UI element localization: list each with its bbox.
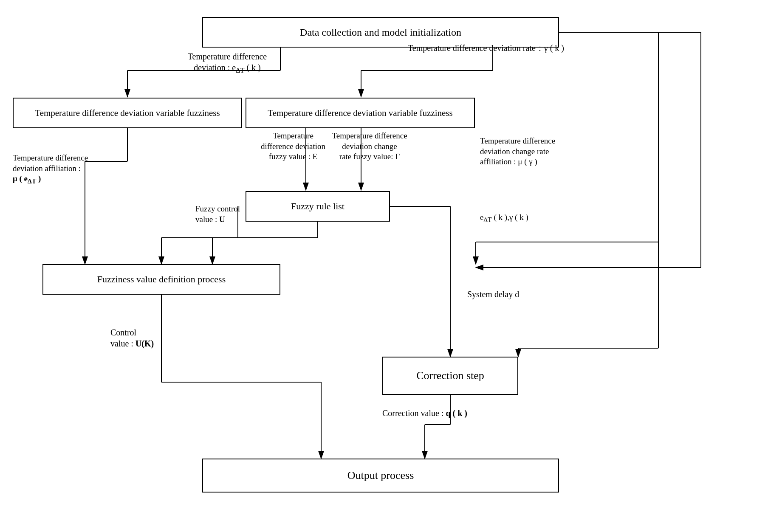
control-value-label: Controlvalue : U(K) — [110, 327, 195, 349]
correction-value-label: Correction value : q ( k ) — [382, 408, 527, 419]
temp-dev-rate-label: Temperature difference deviation rate：γ … — [408, 42, 586, 53]
temp-change-affil-label: Temperature differencedeviation change r… — [480, 136, 599, 167]
temp-dev-label: Temperature differencedeviation : e∆T ( … — [178, 51, 276, 75]
temp-diff-fuzz2-box: Temperature difference deviation variabl… — [246, 98, 475, 128]
fuzzy-control-label: Fuzzy controlvalue : U — [195, 204, 272, 225]
temp-change-rate-gamma-label: Temperature differencedeviation changera… — [323, 131, 416, 162]
temp-dev-affil-label: Temperature differencedeviation affiliat… — [13, 153, 115, 186]
correction-step-box: Correction step — [382, 357, 518, 395]
system-delay-label: System delay d — [467, 289, 569, 300]
temp-diff-fuzz-box: Temperature difference deviation variabl… — [13, 98, 242, 128]
output-process-box: Output process — [202, 459, 559, 493]
e-delta-gamma-label: e∆T ( k ),γ ( k ) — [480, 212, 607, 224]
fuzziness-def-box: Fuzziness value definition process — [42, 264, 280, 295]
diagram-container: Data collection and model initialization… — [0, 0, 768, 532]
